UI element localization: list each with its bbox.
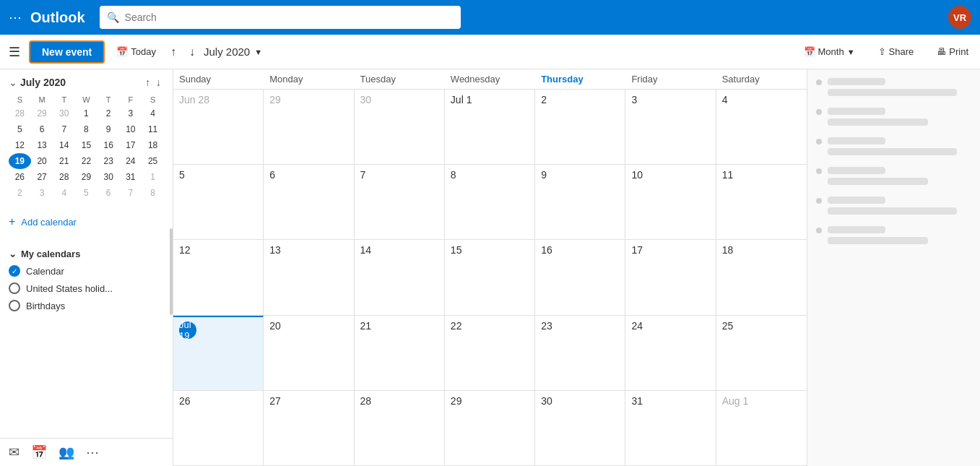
calendar-cell[interactable]: 5 <box>173 165 264 239</box>
sidebar-scrollbar[interactable] <box>170 228 173 315</box>
mini-cal-date[interactable]: 3 <box>120 105 142 121</box>
mini-cal-date[interactable]: 18 <box>142 137 164 153</box>
calendar-cell[interactable]: 23 <box>535 316 625 390</box>
people-icon[interactable]: 👥 <box>58 444 74 460</box>
mini-cal-date[interactable]: 16 <box>97 137 120 153</box>
calendar-cell[interactable]: 29 <box>264 90 354 164</box>
mini-cal-date[interactable]: 9 <box>97 121 120 137</box>
calendar-item[interactable]: Birthdays <box>9 297 164 314</box>
mini-cal-date[interactable]: 27 <box>31 169 53 185</box>
mini-cal-date[interactable]: 3 <box>31 185 53 201</box>
mini-cal-date[interactable]: 26 <box>9 169 31 185</box>
calendar-cell[interactable]: 29 <box>445 391 535 465</box>
calendar-cell[interactable]: 2 <box>535 90 625 164</box>
mini-cal-date[interactable]: 2 <box>9 185 31 201</box>
mini-cal-date[interactable]: 14 <box>53 137 75 153</box>
calendar-cell[interactable]: 10 <box>625 165 716 239</box>
calendar-checkbox[interactable]: ✓ <box>9 265 20 277</box>
mini-cal-date[interactable]: 1 <box>75 105 97 121</box>
calendar-cell[interactable]: 3 <box>625 90 716 164</box>
mini-cal-date[interactable]: 7 <box>120 185 142 201</box>
calendar-cell[interactable]: 4 <box>716 90 807 164</box>
my-calendars-header[interactable]: ⌄ My calendars <box>9 243 164 262</box>
mini-cal-date[interactable]: 19 <box>9 153 31 169</box>
calendar-cell[interactable]: 27 <box>264 391 354 465</box>
search-input[interactable] <box>125 12 454 23</box>
mini-cal-date[interactable]: 25 <box>142 153 164 169</box>
hamburger-menu-button[interactable]: ☰ <box>6 41 23 63</box>
calendar-cell[interactable]: 7 <box>355 165 445 239</box>
mini-cal-date[interactable]: 12 <box>9 137 31 153</box>
print-button[interactable]: 🖶 Print <box>931 43 974 60</box>
calendar-cell[interactable]: Aug 1 <box>716 391 807 465</box>
calendar-cell[interactable]: 25 <box>716 316 807 390</box>
mini-cal-date[interactable]: 5 <box>75 185 97 201</box>
search-bar[interactable]: 🔍 <box>100 6 461 29</box>
calendar-cell[interactable]: Jul 1 <box>445 90 535 164</box>
mini-cal-date[interactable]: 20 <box>31 153 53 169</box>
mini-cal-next-button[interactable]: ↓ <box>153 75 164 90</box>
mini-cal-date[interactable]: 4 <box>53 185 75 201</box>
month-view-button[interactable]: 📅 Month ▼ <box>798 43 861 60</box>
calendar-checkbox[interactable] <box>9 282 20 294</box>
calendar-checkbox[interactable] <box>9 300 20 311</box>
calendar-cell[interactable]: 13 <box>264 240 354 314</box>
calendar-cell[interactable]: 26 <box>173 391 264 465</box>
calendar-cell[interactable]: 20 <box>264 316 354 390</box>
mini-cal-date[interactable]: 28 <box>53 169 75 185</box>
apps-icon[interactable]: ⋯ <box>9 9 22 25</box>
calendar-cell[interactable]: Jul 19 <box>173 316 264 390</box>
mini-cal-date[interactable]: 29 <box>75 169 97 185</box>
more-icon[interactable]: ⋯ <box>86 444 99 460</box>
calendar-cell[interactable]: 24 <box>625 316 716 390</box>
month-year-display[interactable]: July 2020 ▼ <box>204 46 262 58</box>
calendar-cell[interactable]: 30 <box>355 90 445 164</box>
calendar-cell[interactable]: 30 <box>535 391 625 465</box>
mail-icon[interactable]: ✉ <box>9 444 19 460</box>
calendar-cell[interactable]: 14 <box>355 240 445 314</box>
mini-cal-date[interactable]: 29 <box>31 105 53 121</box>
calendar-cell[interactable]: 16 <box>535 240 625 314</box>
calendar-cell[interactable]: 11 <box>716 165 807 239</box>
calendar-cell[interactable]: 9 <box>535 165 625 239</box>
mini-cal-date[interactable]: 23 <box>97 153 120 169</box>
mini-cal-date[interactable]: 6 <box>97 185 120 201</box>
today-button[interactable]: 📅 Today <box>110 43 162 60</box>
mini-cal-date[interactable]: 28 <box>9 105 31 121</box>
mini-cal-date[interactable]: 10 <box>120 121 142 137</box>
calendar-item[interactable]: United States holid... <box>9 280 164 297</box>
mini-cal-date[interactable]: 7 <box>53 121 75 137</box>
mini-cal-date[interactable]: 4 <box>142 105 164 121</box>
collapse-mini-cal-button[interactable]: ⌄ <box>9 77 17 88</box>
add-calendar-button[interactable]: + Add calendar <box>9 212 77 231</box>
calendar-cell[interactable]: 6 <box>264 165 354 239</box>
calendar-cell[interactable]: 12 <box>173 240 264 314</box>
calendar-cell[interactable]: 15 <box>445 240 535 314</box>
mini-cal-date[interactable]: 30 <box>97 169 120 185</box>
mini-cal-date[interactable]: 15 <box>75 137 97 153</box>
calendar-cell[interactable]: 21 <box>355 316 445 390</box>
mini-cal-prev-button[interactable]: ↑ <box>142 75 153 90</box>
mini-cal-date[interactable]: 13 <box>31 137 53 153</box>
calendar-item[interactable]: ✓Calendar <box>9 262 164 280</box>
mini-cal-date[interactable]: 21 <box>53 153 75 169</box>
calendar-nav-icon[interactable]: 📅 <box>31 444 47 460</box>
next-month-button[interactable]: ↓ <box>185 43 199 61</box>
mini-cal-date[interactable]: 5 <box>9 121 31 137</box>
new-event-button[interactable]: New event <box>29 40 105 64</box>
mini-cal-date[interactable]: 11 <box>142 121 164 137</box>
mini-cal-date[interactable]: 1 <box>142 169 164 185</box>
calendar-cell[interactable]: 31 <box>625 391 716 465</box>
calendar-cell[interactable]: 8 <box>445 165 535 239</box>
calendar-cell[interactable]: 18 <box>716 240 807 314</box>
avatar[interactable]: VR <box>948 6 971 29</box>
mini-cal-date[interactable]: 8 <box>142 185 164 201</box>
calendar-cell[interactable]: 22 <box>445 316 535 390</box>
mini-cal-date[interactable]: 24 <box>120 153 142 169</box>
mini-cal-date[interactable]: 17 <box>120 137 142 153</box>
prev-month-button[interactable]: ↑ <box>166 43 181 61</box>
mini-cal-date[interactable]: 30 <box>53 105 75 121</box>
share-button[interactable]: ⇧ Share <box>872 43 920 60</box>
mini-cal-date[interactable]: 2 <box>97 105 120 121</box>
calendar-cell[interactable]: 28 <box>355 391 445 465</box>
